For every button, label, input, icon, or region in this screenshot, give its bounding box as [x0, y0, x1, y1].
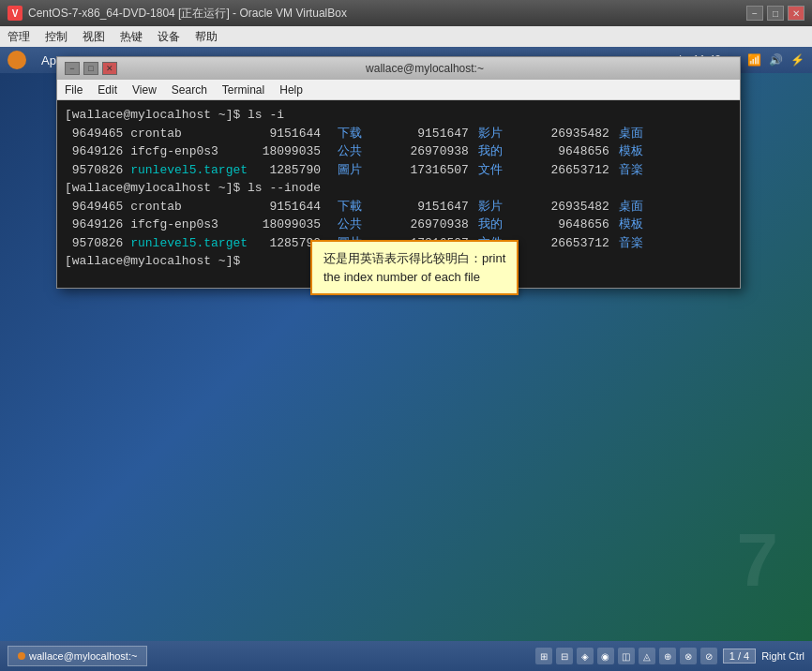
name-2: ifcfg-enp0s3 — [130, 142, 262, 161]
c2-4: 下載 — [338, 198, 403, 216]
n2-3: 1285790 — [263, 161, 338, 180]
terminal-close-button[interactable]: ✕ — [102, 62, 117, 75]
name-1: crontab — [130, 125, 262, 143]
n4-3: 26653712 — [544, 161, 619, 180]
vbox-restore-button[interactable]: □ — [767, 6, 784, 21]
c3-2: 我的 — [478, 142, 544, 161]
terminal-menu-terminal[interactable]: Terminal — [222, 83, 264, 97]
vbox-close-button[interactable]: ✕ — [788, 6, 804, 21]
prompt-2: [wallace@mylocalhost ~]$ — [65, 179, 248, 198]
annotation-line1: 还是用英语表示得比较明白：print — [323, 251, 505, 265]
centos-bottom-taskbar: wallace@mylocalhost:~ ⊞ ⊟ ◈ ◉ ◫ ◬ ⊕ ⊗ ⊘ … — [0, 641, 812, 671]
systray-icon-5: ◫ — [618, 648, 635, 664]
vbox-menu-help[interactable]: 帮助 — [195, 29, 218, 45]
prompt-1: [wallace@mylocalhost ~]$ — [65, 106, 248, 125]
terminal-window-controls: − □ ✕ — [65, 62, 117, 75]
centos-watermark: 7 — [737, 517, 775, 604]
c4-3: 音楽 — [619, 161, 643, 180]
inode-5: 9649126 — [65, 216, 130, 234]
vbox-titlebar: V CentOS-7-x86_64-DVD-1804 [正在运行] - Orac… — [0, 0, 812, 26]
systray-power-icon: ⚡ — [790, 53, 804, 67]
c3-1: 影片 — [478, 125, 544, 143]
terminal-menu-view[interactable]: View — [132, 83, 157, 97]
systray-network-icon: 📶 — [747, 53, 761, 67]
vbox-menu-manage[interactable]: 管理 — [8, 29, 30, 45]
annotation-box: 还是用英语表示得比较明白：print the index number of e… — [310, 240, 519, 295]
terminal-output-row-4: 9649465 crontab 9151644 下載 9151647 影片 26… — [65, 198, 732, 216]
vbox-minimize-button[interactable]: − — [746, 6, 763, 21]
c4-5: 模板 — [619, 216, 643, 234]
terminal-window: − □ ✕ wallace@mylocalhost:~ File Edit Vi… — [56, 56, 741, 289]
cmd-1: ls -i — [248, 106, 284, 125]
vbox-menu-control[interactable]: 控制 — [45, 29, 68, 45]
vbox-menu-view[interactable]: 视图 — [83, 29, 105, 45]
c2-5: 公共 — [338, 216, 403, 234]
n2-2: 18099035 — [263, 142, 338, 161]
centos-logo — [8, 51, 26, 69]
systray-icon-3: ◈ — [577, 648, 594, 664]
inode-1: 9649465 — [65, 125, 130, 143]
terminal-menubar: File Edit View Search Terminal Help — [57, 80, 740, 100]
c4-2: 模板 — [619, 142, 643, 161]
bottom-right-area: ⊞ ⊟ ◈ ◉ ◫ ◬ ⊕ ⊗ ⊘ 1 / 4 Right Ctrl — [535, 648, 804, 664]
terminal-cmd1-line: [wallace@mylocalhost ~]$ ls -i — [65, 106, 732, 125]
n2-5: 18099035 — [263, 216, 338, 234]
centos-desktop: Applications Places Terminal zh 11:43 ⏺ … — [0, 47, 812, 641]
inode-4: 9649465 — [65, 198, 130, 216]
n2-1: 9151644 — [263, 125, 338, 143]
name-4: crontab — [130, 198, 262, 216]
terminal-menu-file[interactable]: File — [65, 83, 83, 97]
systray-icon-9: ⊘ — [700, 648, 717, 664]
c2-3: 圖片 — [338, 161, 403, 180]
systray-icon-1: ⊞ — [535, 648, 552, 664]
n4-2: 9648656 — [544, 142, 619, 161]
vbox-menubar: 管理 控制 视图 热键 设备 帮助 — [0, 26, 812, 47]
c2-2: 公共 — [338, 142, 403, 161]
c4-6: 音楽 — [619, 234, 643, 253]
vbox-menu-hotkey[interactable]: 热键 — [120, 29, 143, 45]
systray-icon-8: ⊗ — [680, 648, 697, 664]
terminal-output-row-2: 9649126 ifcfg-enp0s3 18099035 公共 2697093… — [65, 142, 732, 161]
terminal-menu-help[interactable]: Help — [279, 83, 303, 97]
terminal-menu-edit[interactable]: Edit — [98, 83, 117, 97]
terminal-menu-search[interactable]: Search — [172, 83, 207, 97]
n4-1: 26935482 — [544, 125, 619, 143]
vbox-title: CentOS-7-x86_64-DVD-1804 [正在运行] - Oracle… — [28, 6, 746, 22]
vbox-icon: V — [8, 6, 23, 21]
n4-5: 9648656 — [544, 216, 619, 234]
n2-4: 9151644 — [263, 198, 338, 216]
terminal-cmd2-line: [wallace@mylocalhost ~]$ ls --inode — [65, 179, 732, 198]
systray-icon-6: ◬ — [639, 648, 655, 664]
inode-6: 9570826 — [65, 234, 130, 253]
terminal-title: wallace@mylocalhost:~ — [117, 62, 732, 75]
c3-3: 文件 — [478, 161, 544, 180]
systray-volume-icon: 🔊 — [769, 53, 783, 67]
c4-4: 桌面 — [619, 198, 643, 216]
taskbar-app-label: wallace@mylocalhost:~ — [29, 650, 137, 662]
right-ctrl-label: Right Ctrl — [761, 650, 804, 662]
name-5: ifcfg-enp0s3 — [130, 216, 262, 234]
c3-5: 我的 — [478, 216, 544, 234]
name-3: runlevel5.target — [130, 161, 262, 180]
n3-3: 17316507 — [403, 161, 478, 180]
vbox-window-controls: − □ ✕ — [746, 6, 804, 21]
taskbar-terminal-button[interactable]: wallace@mylocalhost:~ — [8, 646, 147, 666]
annotation-line2: the index number of each file — [323, 270, 480, 284]
terminal-minimize-button[interactable]: − — [65, 62, 80, 75]
c4-1: 桌面 — [619, 125, 643, 143]
terminal-restore-button[interactable]: □ — [83, 62, 98, 75]
prompt-3: [wallace@mylocalhost ~]$ — [65, 252, 248, 271]
vbox-menu-device[interactable]: 设备 — [158, 29, 180, 45]
systray-icon-2: ⊟ — [556, 648, 573, 664]
name-6: runlevel5.target — [130, 234, 262, 253]
virtualbox-window: V CentOS-7-x86_64-DVD-1804 [正在运行] - Orac… — [0, 0, 812, 671]
inode-2: 9649126 — [65, 142, 130, 161]
taskbar-app-icon — [18, 652, 25, 660]
n3-5: 26970938 — [403, 216, 478, 234]
systray-area: ⊞ ⊟ ◈ ◉ ◫ ◬ ⊕ ⊗ ⊘ — [535, 648, 717, 664]
n4-4: 26935482 — [544, 198, 619, 216]
terminal-titlebar: − □ ✕ wallace@mylocalhost:~ — [57, 57, 740, 80]
terminal-output-row-5: 9649126 ifcfg-enp0s3 18099035 公共 2697093… — [65, 216, 732, 234]
n3-2: 26970938 — [403, 142, 478, 161]
systray-icon-4: ◉ — [597, 648, 614, 664]
